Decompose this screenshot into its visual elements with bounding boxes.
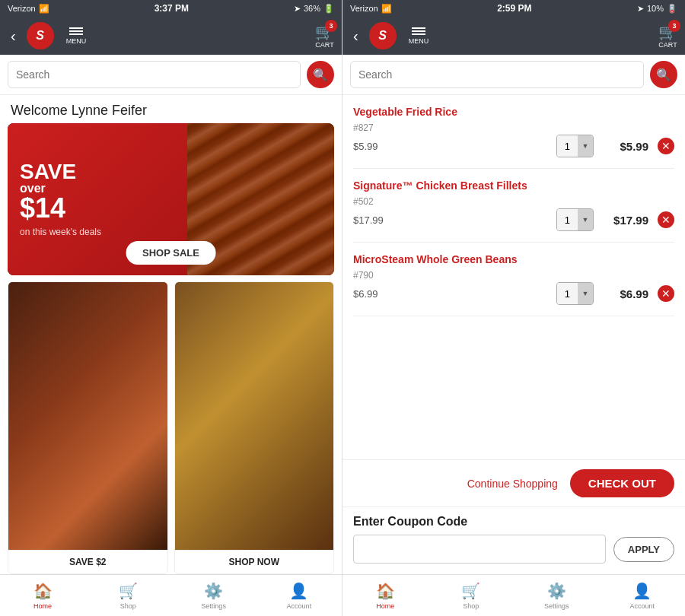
shopnow-label: SHOP NOW: [175, 550, 334, 573]
save2-label: SAVE $2: [8, 550, 167, 573]
carrier-right: Verizon: [350, 4, 378, 13]
promo-amount: $14: [20, 195, 175, 222]
cart-button-left[interactable]: 3 🛒 CART: [315, 23, 334, 49]
shop-sale-button[interactable]: SHOP SALE: [126, 241, 216, 265]
bottom-nav-shop-right[interactable]: 🛒 Shop: [429, 575, 515, 616]
status-bar-right: Verizon 📶 2:59 PM ➤ 10% 🪫: [342, 0, 685, 17]
bottom-nav-account-left[interactable]: 👤 Account: [256, 575, 342, 616]
item-sku-0: #827: [353, 122, 674, 133]
steak-image: [8, 282, 167, 550]
bottom-nav-right: 🏠 Home 🛒 Shop ⚙️ Settings 👤 Account: [342, 574, 685, 616]
menu-label-left: MENU: [66, 37, 87, 45]
battery-icon-right: 🪫: [667, 4, 677, 14]
item-sku-1: #502: [353, 196, 674, 207]
battery-icon-left: 🔋: [323, 4, 334, 14]
bottom-nav-account-right[interactable]: 👤 Account: [600, 575, 686, 616]
bottom-nav-home-right[interactable]: 🏠 Home: [342, 575, 429, 616]
right-phone-panel: Verizon 📶 2:59 PM ➤ 10% 🪫 ‹ S MENU 3 🛒 C…: [342, 0, 685, 616]
search-icon-right: 🔍: [656, 68, 671, 82]
promo-save-text: SAVE: [20, 161, 175, 183]
search-button-right[interactable]: 🔍: [650, 61, 677, 88]
settings-label-right: Settings: [544, 602, 569, 610]
item-row-2: $6.99 1 ▼ $6.99 ✕: [353, 282, 674, 305]
qty-selector-1[interactable]: 1 ▼: [556, 208, 594, 231]
item-name-2: MicroSteam Whole Green Beans: [353, 253, 674, 265]
home-icon-left: 🏠: [33, 582, 53, 600]
bottom-nav-settings-left[interactable]: ⚙️ Settings: [171, 575, 256, 616]
remove-button-2[interactable]: ✕: [658, 285, 674, 302]
continue-shopping-button[interactable]: Continue Shopping: [467, 478, 558, 490]
qty-arrow-0[interactable]: ▼: [578, 135, 593, 157]
item-total-2: $6.99: [603, 287, 648, 300]
bottom-nav-left: 🏠 Home 🛒 Shop ⚙️ Settings 👤 Account: [0, 574, 342, 616]
item-sku-2: #790: [353, 270, 674, 281]
cart-item-1: Signature™ Chicken Breast Fillets #502 $…: [353, 169, 674, 243]
qty-selector-0[interactable]: 1 ▼: [556, 135, 594, 157]
item-right-1: 1 ▼ $17.99 ✕: [556, 208, 674, 231]
item-row-0: $5.99 1 ▼ $5.99 ✕: [353, 135, 674, 157]
qty-selector-2[interactable]: 1 ▼: [556, 282, 594, 305]
shop-label-right: Shop: [463, 602, 479, 610]
home-label-left: Home: [33, 602, 52, 610]
bottom-nav-settings-right[interactable]: ⚙️ Settings: [514, 575, 600, 616]
left-phone-panel: Verizon 📶 3:37 PM ➤ 36% 🔋 ‹ S MENU 3 🛒 C…: [0, 0, 342, 616]
qty-arrow-1[interactable]: ▼: [578, 209, 593, 230]
cart-badge-right: 3: [668, 20, 680, 32]
coupon-input[interactable]: [353, 535, 606, 564]
cart-label-left: CART: [315, 41, 333, 49]
bottom-promos: SAVE $2 SHOP NOW: [8, 281, 334, 574]
item-name-0: Vegetable Fried Rice: [353, 106, 674, 118]
coupon-apply-button[interactable]: APPLY: [613, 537, 674, 562]
time-left: 3:37 PM: [155, 3, 189, 14]
logo-right[interactable]: S: [369, 22, 397, 49]
item-row-1: $17.99 1 ▼ $17.99 ✕: [353, 208, 674, 231]
promo-card-shopnow[interactable]: SHOP NOW: [174, 281, 335, 574]
account-icon-left: 👤: [289, 582, 308, 600]
item-right-0: 1 ▼ $5.99 ✕: [556, 135, 674, 157]
menu-button-left[interactable]: MENU: [66, 27, 87, 45]
location-icon-right: ➤: [637, 4, 644, 14]
account-icon-right: 👤: [632, 582, 652, 600]
cart-label-right: CART: [658, 41, 677, 49]
hamburger-icon-left: [69, 27, 83, 35]
status-left-right: Verizon 📶: [350, 4, 392, 14]
cart-button-right[interactable]: 3 🛒 CART: [658, 23, 677, 49]
menu-button-right[interactable]: MENU: [409, 27, 429, 45]
cart-item-0: Vegetable Fried Rice #827 $5.99 1 ▼ $5.9…: [353, 95, 674, 169]
wifi-icon: 📶: [39, 4, 49, 14]
checkout-button[interactable]: CHECK OUT: [570, 469, 674, 497]
settings-icon-left: ⚙️: [204, 582, 223, 600]
coupon-section: Enter Coupon Code APPLY: [342, 506, 685, 574]
remove-button-1[interactable]: ✕: [658, 211, 674, 228]
back-button-right[interactable]: ‹: [350, 24, 362, 48]
bottom-nav-home-left[interactable]: 🏠 Home: [0, 575, 85, 616]
search-button-left[interactable]: 🔍: [307, 61, 334, 88]
shop-label-left: Shop: [120, 602, 136, 610]
item-name-1: Signature™ Chicken Breast Fillets: [353, 179, 674, 192]
promo-description: on this week's deals: [20, 227, 175, 237]
search-input-left[interactable]: [8, 61, 301, 88]
qty-arrow-2[interactable]: ▼: [578, 283, 593, 304]
qty-value-0: 1: [557, 135, 578, 157]
search-icon-left: 🔍: [313, 68, 328, 82]
bottom-nav-shop-left[interactable]: 🛒 Shop: [85, 575, 170, 616]
remove-button-0[interactable]: ✕: [658, 138, 674, 154]
status-bar-left: Verizon 📶 3:37 PM ➤ 36% 🔋: [0, 0, 342, 17]
nav-bar-left: ‹ S MENU 3 🛒 CART: [0, 17, 342, 55]
logo-left[interactable]: S: [27, 22, 54, 49]
shop-icon-right: 🛒: [461, 582, 480, 600]
item-total-1: $17.99: [603, 214, 648, 227]
promo-card-save2[interactable]: SAVE $2: [8, 281, 168, 574]
settings-label-left: Settings: [201, 602, 226, 610]
search-bar-left: 🔍: [0, 55, 342, 95]
search-input-right[interactable]: [350, 61, 644, 88]
coupon-row: APPLY: [353, 535, 674, 564]
hamburger-icon-right: [412, 27, 425, 35]
back-button-left[interactable]: ‹: [8, 24, 19, 48]
item-price-2: $6.99: [353, 288, 378, 300]
carrier-left: Verizon: [8, 4, 36, 13]
account-label-right: Account: [629, 602, 655, 610]
settings-icon-right: ⚙️: [547, 582, 566, 600]
cart-item-2: MicroSteam Whole Green Beans #790 $6.99 …: [353, 243, 674, 316]
nav-bar-right: ‹ S MENU 3 🛒 CART: [342, 17, 685, 55]
